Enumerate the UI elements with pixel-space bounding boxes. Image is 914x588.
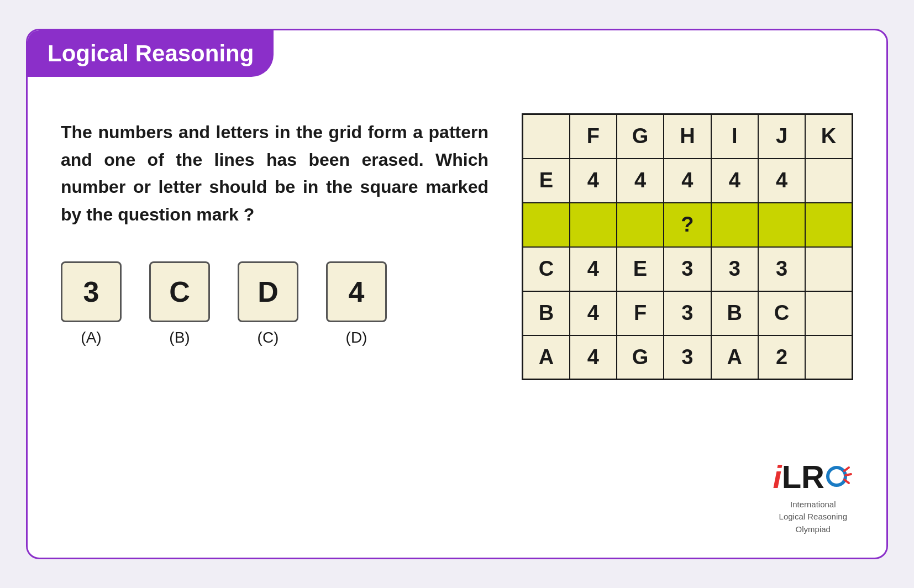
option-d[interactable]: 4 (D) bbox=[326, 261, 387, 347]
grid-header-f: F bbox=[570, 114, 617, 159]
logo-line1: International bbox=[790, 500, 836, 509]
grid-header-i: I bbox=[711, 114, 758, 159]
option-a-label: (A) bbox=[81, 329, 101, 347]
option-c-box[interactable]: D bbox=[238, 261, 298, 322]
grid-cell-c3: 3 bbox=[664, 247, 711, 291]
grid-header-h: H bbox=[664, 114, 711, 159]
grid-row-a: A 4 G 3 A 2 bbox=[523, 335, 853, 380]
grid-row-label-b: B bbox=[523, 291, 570, 335]
grid-row-c: C 4 E 3 3 3 bbox=[523, 247, 853, 291]
grid-row-label-e: E bbox=[523, 159, 570, 203]
grid-cell-e2: 4 bbox=[617, 159, 664, 203]
logo-o-circle bbox=[824, 462, 853, 491]
svg-line-1 bbox=[844, 468, 849, 471]
grid-highlight-c4 bbox=[711, 203, 758, 247]
grid-cell-b6 bbox=[805, 291, 852, 335]
logo-line2: Logical Reasoning bbox=[779, 512, 847, 521]
grid-cell-a6 bbox=[805, 335, 852, 380]
grid-cell-c6 bbox=[805, 247, 852, 291]
question-text: The numbers and letters in the grid form… bbox=[61, 119, 488, 228]
grid-highlight-c6 bbox=[805, 203, 852, 247]
grid-question-mark: ? bbox=[664, 203, 711, 247]
page-title: Logical Reasoning bbox=[48, 40, 254, 67]
option-b-label: (B) bbox=[169, 329, 190, 347]
logo-tagline: International Logical Reasoning Olympiad bbox=[779, 498, 847, 536]
options-row: 3 (A) C (B) D (C) bbox=[61, 261, 488, 347]
logo-area: i L R International Logical Reasoning Ol… bbox=[773, 458, 853, 536]
grid-cell-e4: 4 bbox=[711, 159, 758, 203]
content-area: The numbers and letters in the grid form… bbox=[28, 30, 886, 558]
logo-line3: Olympiad bbox=[796, 524, 831, 534]
grid-cell-a4: A bbox=[711, 335, 758, 380]
grid-cell-b1: 4 bbox=[570, 291, 617, 335]
grid-cell-a2: G bbox=[617, 335, 664, 380]
logo-icon-row: i L R bbox=[773, 458, 853, 495]
grid-header-k: K bbox=[805, 114, 852, 159]
grid-row-label-a: A bbox=[523, 335, 570, 380]
logo-l: L bbox=[782, 458, 801, 495]
option-b[interactable]: C (B) bbox=[149, 261, 210, 347]
grid-highlight-label bbox=[523, 203, 570, 247]
svg-point-0 bbox=[828, 468, 845, 485]
option-a[interactable]: 3 (A) bbox=[61, 261, 122, 347]
grid-header-row: F G H I J K bbox=[523, 114, 853, 159]
grid-cell-c4: 3 bbox=[711, 247, 758, 291]
grid-corner bbox=[523, 114, 570, 159]
option-c-value: D bbox=[258, 275, 279, 308]
grid-header-j: J bbox=[758, 114, 805, 159]
grid-header-g: G bbox=[617, 114, 664, 159]
grid-cell-a5: 2 bbox=[758, 335, 805, 380]
grid-highlight-c2 bbox=[617, 203, 664, 247]
grid-cell-c1: 4 bbox=[570, 247, 617, 291]
grid-row-label-c: C bbox=[523, 247, 570, 291]
grid-cell-e5: 4 bbox=[758, 159, 805, 203]
option-a-box[interactable]: 3 bbox=[61, 261, 122, 322]
option-c-label: (C) bbox=[258, 329, 279, 347]
option-d-box[interactable]: 4 bbox=[326, 261, 387, 322]
grid-row-b: B 4 F 3 B C bbox=[523, 291, 853, 335]
option-c[interactable]: D (C) bbox=[238, 261, 298, 347]
grid-cell-a1: 4 bbox=[570, 335, 617, 380]
option-d-value: 4 bbox=[349, 275, 365, 308]
option-a-value: 3 bbox=[83, 275, 99, 308]
grid-highlight-c5 bbox=[758, 203, 805, 247]
grid-highlight-c1 bbox=[570, 203, 617, 247]
logo-i: i bbox=[773, 458, 782, 495]
grid-cell-c2: E bbox=[617, 247, 664, 291]
left-panel: The numbers and letters in the grid form… bbox=[61, 108, 488, 536]
svg-line-2 bbox=[845, 474, 851, 475]
option-d-label: (D) bbox=[346, 329, 367, 347]
grid-row-highlighted: ? bbox=[523, 203, 853, 247]
grid-table: F G H I J K E 4 4 4 4 4 bbox=[522, 113, 853, 380]
grid-cell-b3: 3 bbox=[664, 291, 711, 335]
logo-r: R bbox=[801, 458, 824, 495]
main-card: Logical Reasoning The numbers and letter… bbox=[26, 29, 888, 559]
grid-cell-e6 bbox=[805, 159, 852, 203]
grid-cell-a3: 3 bbox=[664, 335, 711, 380]
option-b-value: C bbox=[169, 275, 190, 308]
grid-cell-b4: B bbox=[711, 291, 758, 335]
grid-cell-b2: F bbox=[617, 291, 664, 335]
grid-cell-c5: 3 bbox=[758, 247, 805, 291]
grid-cell-e1: 4 bbox=[570, 159, 617, 203]
header-banner: Logical Reasoning bbox=[28, 30, 274, 77]
grid-cell-b5: C bbox=[758, 291, 805, 335]
grid-cell-e3: 4 bbox=[664, 159, 711, 203]
option-b-box[interactable]: C bbox=[149, 261, 210, 322]
grid-row-e: E 4 4 4 4 4 bbox=[523, 159, 853, 203]
